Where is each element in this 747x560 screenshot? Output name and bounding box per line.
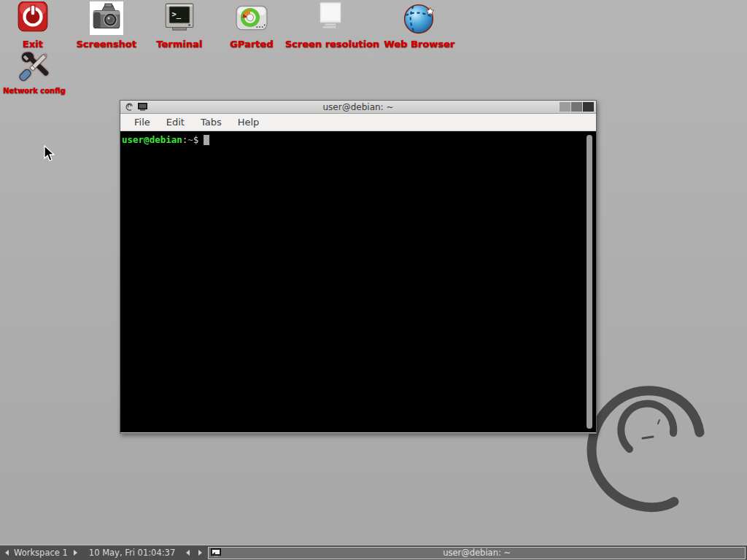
tasklist-prev-icon[interactable] (186, 550, 190, 556)
menu-file[interactable]: File (126, 115, 158, 129)
crt-terminal-icon: >_ (163, 1, 196, 35)
menu-tabs[interactable]: Tabs (193, 115, 230, 129)
tasklist-next-icon[interactable] (198, 550, 202, 556)
terminal-window: user@debian: ~ File Edit Tabs Help user@… (120, 100, 597, 434)
task-window-icon (211, 548, 221, 557)
desktop-icon-exit[interactable]: Exit (4, 1, 62, 50)
workspace-prev-icon[interactable] (5, 550, 9, 556)
debian-swirl-icon (125, 102, 133, 112)
camera-icon (90, 1, 123, 35)
globe-icon (403, 1, 436, 35)
clock: 10 May, Fri 01:04:37 (89, 548, 175, 558)
terminal-menubar: File Edit Tabs Help (120, 114, 596, 131)
maximize-button[interactable] (571, 102, 582, 112)
icon-label: Exit (4, 39, 62, 50)
desktop-icon-network-config[interactable]: Network config (0, 50, 69, 95)
power-icon (16, 1, 50, 35)
mouse-cursor (44, 145, 55, 162)
prompt-user: user@debian (122, 134, 182, 145)
menu-edit[interactable]: Edit (158, 115, 193, 129)
desktop-icon-screenshot[interactable]: Screenshot (70, 1, 143, 50)
taskbar: Workspace 1 10 May, Fri 01:04:37 user@de… (0, 545, 747, 560)
icon-label: Terminal (144, 39, 214, 50)
terminal-scrollbar[interactable] (587, 135, 592, 429)
icon-label: GParted (217, 39, 286, 50)
icon-label: Screenshot (70, 39, 143, 50)
icon-label: Web Browser (378, 39, 461, 50)
terminal-content[interactable]: user@debian:~$ (120, 131, 596, 432)
monitor-icon (314, 1, 347, 35)
minimize-button[interactable] (560, 102, 570, 112)
close-button[interactable] (583, 102, 594, 112)
prompt-dollar: $ (193, 134, 199, 145)
icon-label: Screen resolution (285, 39, 376, 50)
desktop-icon-gparted[interactable]: GParted (217, 1, 286, 50)
icon-label: Network config (0, 87, 69, 95)
terminal-window-icon (138, 103, 147, 111)
text-cursor (204, 135, 209, 145)
shell-prompt: user@debian:~$ (122, 134, 595, 145)
desktop-icon-screen-resolution[interactable]: Screen resolution (285, 1, 376, 50)
prompt-colon: : (182, 134, 188, 145)
disk-partition-icon (235, 1, 268, 35)
task-button-title: user@debian: ~ (209, 548, 745, 558)
prompt-path: ~ (187, 134, 193, 145)
window-title: user@debian: ~ (120, 102, 596, 112)
desktop-icon-terminal[interactable]: >_ Terminal (144, 1, 214, 50)
task-button-terminal[interactable]: user@debian: ~ (208, 547, 746, 559)
tools-icon (18, 50, 51, 83)
svg-text:>_: >_ (172, 9, 182, 19)
window-titlebar[interactable]: user@debian: ~ (120, 101, 596, 114)
workspace-next-icon[interactable] (74, 550, 77, 556)
menu-help[interactable]: Help (230, 115, 268, 129)
workspace-label[interactable]: Workspace 1 (14, 548, 68, 558)
desktop-icon-web-browser[interactable]: Web Browser (378, 1, 461, 50)
